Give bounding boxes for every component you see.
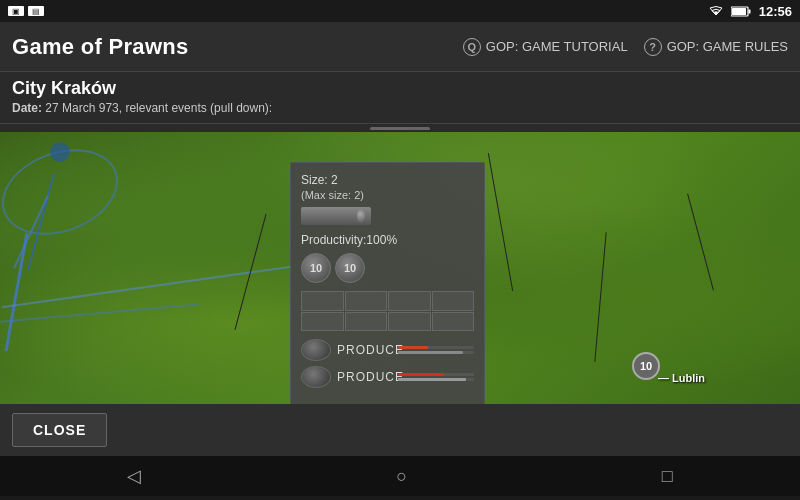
top-navigation: Game of Prawns Q GOP: GAME TUTORIAL ? GO… [0,22,800,72]
bottom-bar: CLOSE [0,404,800,456]
app-title: Game of Prawns [12,34,189,60]
notification-icon: ▣ [8,6,24,16]
battery-icon [731,6,751,17]
status-icons: ▣ ▤ [8,6,44,16]
signal-icon: ▤ [28,6,44,16]
close-button[interactable]: CLOSE [12,413,107,447]
produce-label-2: PRODUCE [337,370,392,384]
city-overlay-panel: Size: 2 (Max size: 2) Productivity:100% … [290,162,485,404]
produce-bar-1 [398,346,474,354]
status-bar: ▣ ▤ 12:56 [0,0,800,22]
tutorial-button[interactable]: Q GOP: GAME TUTORIAL [463,38,628,56]
overlay-productivity-label: Productivity:100% [301,233,474,247]
svg-rect-2 [732,8,746,15]
status-right: 12:56 [709,4,792,19]
produce-bar-2 [398,373,474,381]
road-sign: 10 [632,352,660,380]
date-label: Date: [12,101,42,115]
nav-buttons: Q GOP: GAME TUTORIAL ? GOP: GAME RULES [463,38,788,56]
size-slider[interactable] [301,207,371,225]
produce-bar-fill-1 [398,346,428,349]
produce-bar-secondary-1 [398,351,474,354]
produce-row-2[interactable]: PRODUCE [301,366,474,388]
city-date: Date: 27 March 973, relevant events (pul… [12,101,788,115]
tutorial-icon: Q [463,38,481,56]
grid-cell-2 [345,291,388,311]
control-badge-2[interactable]: 10 [335,253,365,283]
city-info-bar: City Kraków Date: 27 March 973, relevant… [0,72,800,124]
produce-bar-track-1 [398,346,474,349]
grid-cell-1 [301,291,344,311]
lublin-label: — Lublin [658,372,705,384]
wifi-icon [709,5,723,17]
recents-button[interactable]: □ [662,466,673,487]
overlay-size-label: Size: 2 [301,173,474,187]
produce-icon-2 [301,366,331,388]
time-display: 12:56 [759,4,792,19]
grid-cell-3 [388,291,431,311]
produce-bar-fill-2 [398,373,444,376]
android-nav-bar: ◁ ○ □ [0,456,800,496]
pull-down-handle [370,127,430,130]
back-button[interactable]: ◁ [127,465,141,487]
grid-cell-5 [301,312,344,332]
pull-down-bar[interactable] [0,124,800,132]
map-area[interactable]: 10 — Lublin Size: 2 (Max size: 2) Produc… [0,132,800,404]
water-body [50,142,70,162]
rules-icon: ? [644,38,662,56]
produce-bar-secondary-fill-1 [398,351,463,354]
produce-bar-track-2 [398,373,474,376]
svg-rect-1 [748,9,750,13]
home-button[interactable]: ○ [396,466,407,487]
grid-cell-7 [388,312,431,332]
produce-icon-1 [301,339,331,361]
tutorial-label: GOP: GAME TUTORIAL [486,39,628,54]
produce-bar-secondary-fill-2 [398,378,466,381]
rules-label: GOP: GAME RULES [667,39,788,54]
produce-row-1[interactable]: PRODUCE [301,339,474,361]
rules-button[interactable]: ? GOP: GAME RULES [644,38,788,56]
city-name: City Kraków [12,78,788,99]
produce-label-1: PRODUCE [337,343,392,357]
size-control[interactable] [301,207,474,225]
production-grid [301,291,474,331]
overlay-maxsize-label: (Max size: 2) [301,189,474,201]
quantity-controls: 10 10 [301,253,474,283]
grid-cell-6 [345,312,388,332]
date-value: 27 March 973, relevant events (pull down… [45,101,272,115]
grid-cell-8 [432,312,475,332]
control-badge-1[interactable]: 10 [301,253,331,283]
grid-cell-4 [432,291,475,311]
produce-bar-secondary-2 [398,378,474,381]
